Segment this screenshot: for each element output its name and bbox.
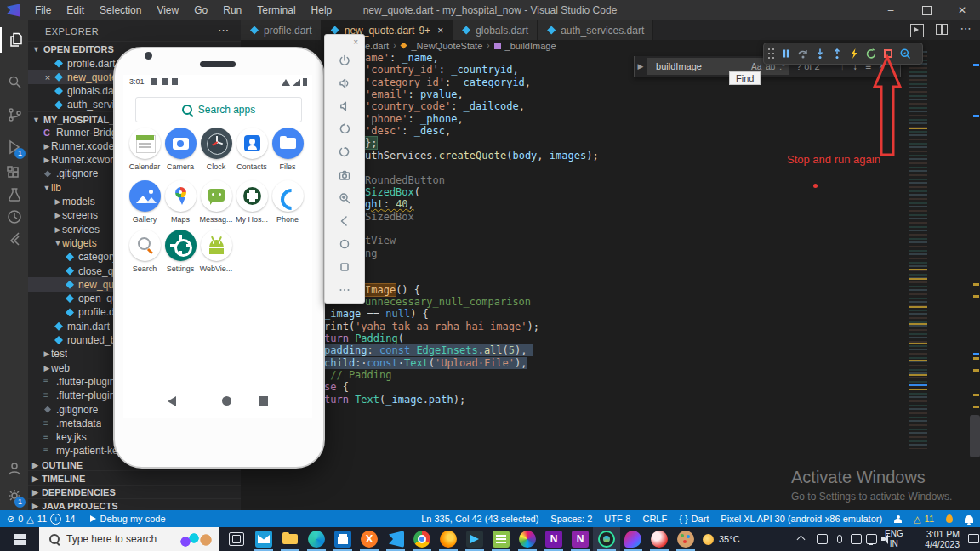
menu-go[interactable]: Go [186, 4, 215, 16]
action-center-icon[interactable] [968, 534, 979, 543]
code-line[interactable]: unnecessary_null_comparison [365, 296, 531, 308]
code-line[interactable]: tView [365, 235, 396, 247]
search-apps-bar[interactable]: Search apps [135, 97, 302, 122]
paint3d-taskbar-icon[interactable] [619, 527, 647, 551]
step-into-button[interactable] [812, 45, 829, 62]
menu-view[interactable]: View [149, 4, 186, 16]
menu-help[interactable]: Help [304, 4, 340, 16]
debug-config[interactable]: Debug my code [90, 514, 165, 524]
indentation[interactable]: Spaces: 2 [550, 514, 592, 524]
code-line[interactable]: se { [324, 381, 349, 393]
app-settings[interactable]: Settings [162, 230, 198, 273]
source-control-icon[interactable] [0, 102, 28, 128]
menu-terminal[interactable]: Terminal [249, 4, 303, 16]
menu-file[interactable]: File [27, 4, 59, 16]
run-debug-icon[interactable]: 1 [0, 134, 28, 160]
notepadpp-taskbar-icon[interactable] [567, 527, 594, 551]
phone-screen[interactable]: 3:01 Search apps CalendarCameraClockCont… [123, 75, 312, 418]
errors-indicator[interactable]: ⊘0 [7, 514, 23, 525]
breadcrumb[interactable]: e.dart › _NewQuoteState › _buildImage [365, 40, 556, 51]
code-line[interactable]: rint('yaha tak aa raha hai image'); [324, 321, 539, 332]
scrollbar-thumb[interactable] [970, 415, 980, 457]
onenote-taskbar-icon[interactable] [540, 527, 567, 551]
back-icon[interactable] [168, 396, 176, 406]
code-line[interactable]: 'category_id': _categoryid, [365, 77, 531, 88]
app-webview[interactable]: WebVie... [198, 230, 234, 273]
menu-edit[interactable]: Edit [59, 4, 92, 16]
screenshot-icon[interactable] [333, 163, 356, 186]
power-icon[interactable] [333, 48, 356, 71]
mail-taskbar-icon[interactable] [250, 527, 277, 551]
back-icon[interactable] [333, 209, 356, 232]
start-button[interactable] [0, 527, 39, 551]
emulator-close-icon[interactable]: × [353, 37, 358, 47]
encoding[interactable]: UTF-8 [604, 514, 630, 524]
menu-run[interactable]: Run [215, 4, 249, 16]
xampp-taskbar-icon[interactable] [356, 527, 383, 551]
explorer-icon[interactable] [0, 27, 30, 53]
code-line[interactable]: SizedBox [365, 211, 414, 223]
hot-reload-icon[interactable] [846, 45, 863, 62]
code-line[interactable]: 'country_code': _dailcode, [365, 100, 525, 112]
code-line[interactable]: 'desc': _desc, [365, 125, 451, 137]
code-line[interactable]: ame': _name, [365, 52, 439, 64]
tab-profile.dart[interactable]: profile.dart [241, 20, 322, 40]
app-search[interactable]: Search [127, 230, 162, 273]
section-java-projects[interactable]: ▶JAVA PROJECTS [28, 498, 241, 510]
close-button[interactable]: ✕ [944, 0, 980, 20]
tray-icon-1[interactable] [817, 534, 828, 544]
eol-sequence[interactable]: CRLF [642, 514, 667, 524]
hidden-icons-chevron[interactable] [798, 535, 805, 542]
app-maps[interactable]: Maps [162, 180, 198, 224]
home-icon[interactable] [333, 232, 356, 255]
tab-globals.dart[interactable]: globals.dart [453, 20, 538, 40]
step-over-button[interactable] [795, 45, 812, 62]
code-line[interactable]: turn Padding( [324, 332, 404, 344]
drag-handle-icon[interactable] [767, 48, 776, 60]
app-calendar[interactable]: Calendar [127, 128, 162, 171]
home-icon[interactable] [222, 396, 231, 406]
flutter-icon[interactable] [0, 226, 28, 252]
notifications-bell-icon[interactable] [965, 515, 973, 523]
app-files[interactable]: Files [270, 128, 305, 171]
code-line[interactable]: _image == null) { [324, 308, 429, 320]
section-dependencies[interactable]: ▶DEPENDENCIES [28, 485, 241, 500]
rotate-left-icon[interactable] [333, 117, 356, 140]
app-messages[interactable]: Messag... [198, 180, 234, 224]
minimize-button[interactable]: – [873, 0, 909, 20]
rotate-right-icon[interactable] [333, 140, 356, 163]
fan-taskbar-icon[interactable] [646, 527, 673, 551]
split-editor-icon[interactable] [936, 24, 948, 36]
menu-selection[interactable]: Selection [92, 4, 149, 16]
weather-widget[interactable]: 35°C [703, 527, 740, 551]
infos-indicator[interactable]: i14 [50, 514, 75, 525]
code-line[interactable]: turn Text(_image.path); [324, 394, 465, 406]
maximize-button[interactable] [909, 0, 944, 20]
minimap[interactable] [909, 51, 927, 449]
more-icon[interactable] [333, 278, 356, 301]
code-line[interactable]: padding: const EdgeInsets.all(5), [324, 344, 533, 356]
editor-more-icon[interactable]: ⋯ [960, 24, 971, 36]
zoom-icon[interactable] [333, 186, 356, 209]
code-line[interactable]: 'phone': _phone, [365, 113, 464, 125]
code-line[interactable]: uthServices.createQuote(body, images); [365, 150, 599, 162]
match-case-toggle[interactable]: Aa [751, 62, 761, 71]
code-line[interactable]: RoundedButton [365, 174, 445, 186]
app-phone[interactable]: Phone [270, 180, 305, 224]
code-line[interactable]: child:·const·Text('Upload·File'), [324, 357, 527, 369]
code-line[interactable]: 'email': pvalue, [365, 88, 464, 100]
taskbar-search[interactable]: Type here to search [39, 527, 219, 551]
overview-icon[interactable] [333, 255, 356, 278]
volume-up-icon[interactable] [333, 71, 356, 94]
palette-taskbar-icon[interactable] [672, 527, 699, 551]
feedback-icon[interactable] [894, 515, 902, 523]
code-line[interactable]: SizedBox( [365, 186, 420, 198]
account-icon[interactable] [0, 456, 28, 481]
analysis-warnings[interactable]: △11 [914, 514, 934, 525]
network-icon[interactable] [866, 534, 877, 544]
language-indicator[interactable]: ENGIN [885, 529, 903, 549]
code-line[interactable]: 'country_id': _countryid, [365, 64, 519, 76]
app-contacts[interactable]: Contacts [234, 128, 270, 171]
settings-gear-icon[interactable]: 1 [0, 483, 28, 508]
explorer-taskbar-icon[interactable] [276, 527, 304, 551]
